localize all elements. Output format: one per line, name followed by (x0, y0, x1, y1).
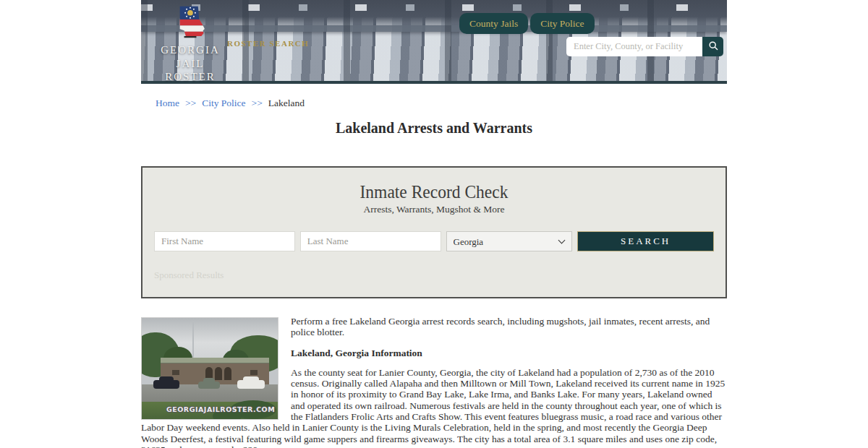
sponsored-results-label: Sponsored Results (154, 270, 726, 281)
state-select[interactable]: Georgia (446, 231, 573, 251)
roster-search-label: ROSTER SEARCH (227, 39, 309, 48)
nav-city-police-button[interactable]: City Police (530, 13, 594, 34)
photo-building-window (172, 370, 179, 375)
photo-watermark: GEORGIAJAILROSTER.COM (166, 404, 275, 415)
site-header: GEORGIA JAIL ROSTER ROSTER SEARCH County… (141, 0, 727, 84)
article-section: GEORGIAJAILROSTER.COM Perform a free Lak… (141, 316, 727, 448)
nav-county-jails-button[interactable]: County Jails (459, 13, 528, 34)
breadcrumb: Home>>City Police>>Lakeland (156, 98, 727, 109)
state-select-wrap: Georgia (446, 231, 573, 251)
breadcrumb-home-link[interactable]: Home (156, 98, 179, 108)
photo-building-roof (161, 358, 269, 363)
breadcrumb-current-page: Lakeland (268, 98, 305, 108)
photo-car-dark (153, 380, 179, 389)
record-search-button[interactable]: SEARCH (577, 231, 714, 251)
logo-title-line1: GEORGIA (151, 43, 229, 56)
breadcrumb-city-police-link[interactable]: City Police (202, 98, 245, 108)
breadcrumb-separator: >> (252, 98, 263, 108)
page-title: Lakeland Arrests and Warrants (141, 120, 727, 137)
site-logo[interactable]: GEORGIA JAIL ROSTER (151, 4, 229, 83)
first-name-input[interactable] (154, 231, 295, 251)
header-nav: County Jails City Police (459, 13, 595, 34)
record-check-form: Georgia SEARCH (142, 231, 726, 251)
facility-search-button[interactable] (702, 37, 723, 56)
record-check-title: Inmate Record Check (142, 182, 726, 202)
logo-title-line2: JAIL ROSTER (151, 57, 229, 83)
inmate-record-check-panel: Inmate Record Check Arrests, Warrants, M… (141, 166, 727, 298)
record-check-subtitle: Arrests, Warrants, Mugshot & More (142, 204, 726, 215)
search-icon (707, 40, 719, 53)
facility-search (566, 37, 723, 56)
georgia-flag-icon (174, 30, 207, 42)
city-building-photo: GEORGIAJAILROSTER.COM (141, 317, 278, 420)
last-name-input[interactable] (300, 231, 441, 251)
facility-search-input[interactable] (566, 37, 702, 56)
photo-car-green (198, 382, 220, 389)
photo-car-white (237, 380, 265, 389)
photo-building-window (250, 370, 258, 375)
page-container: GEORGIA JAIL ROSTER ROSTER SEARCH County… (141, 0, 727, 448)
breadcrumb-separator: >> (185, 98, 196, 108)
